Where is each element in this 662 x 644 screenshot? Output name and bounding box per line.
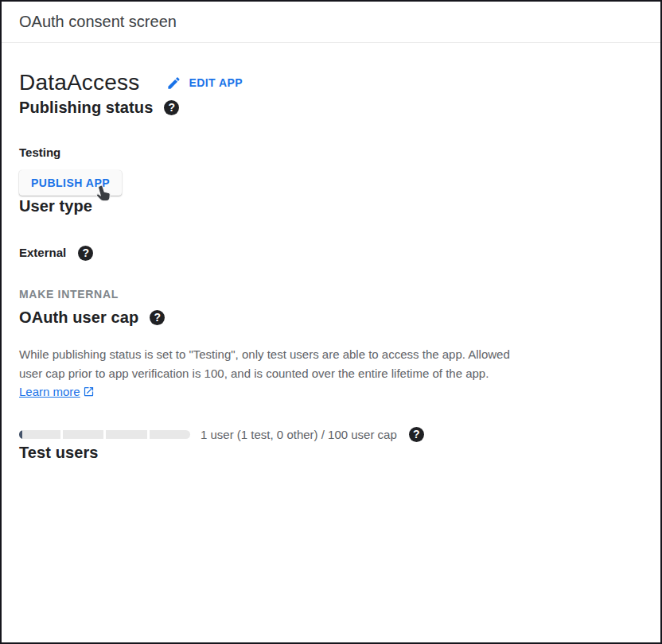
progress-segment [106, 430, 147, 439]
oauth-user-cap-title: OAuth user cap [19, 307, 138, 328]
edit-app-button[interactable]: EDIT APP [162, 72, 247, 94]
user-cap-description: While publishing status is set to "Testi… [19, 345, 516, 402]
progress-segment [150, 430, 191, 439]
status-text: Testing [19, 145, 60, 161]
help-icon[interactable]: ? [164, 100, 179, 115]
publish-app-button[interactable]: PUBLISH APP [19, 170, 122, 196]
user-cap-usage-row: 1 user (1 test, 0 other) / 100 user cap … [19, 427, 643, 442]
pencil-icon [166, 76, 181, 91]
learn-more-label: Learn more [19, 385, 80, 398]
user-cap-progress-bar [19, 430, 190, 439]
help-icon[interactable]: ? [150, 310, 165, 325]
progress-segment [63, 430, 104, 439]
learn-more-link[interactable]: Learn more [19, 385, 95, 398]
test-users-title: Test users [19, 442, 99, 463]
help-icon[interactable]: ? [78, 246, 93, 261]
user-type-heading: User type [19, 196, 643, 216]
publishing-status-heading: Publishing status ? [19, 97, 643, 118]
app-title-row: DataAccess EDIT APP [19, 68, 643, 97]
help-icon[interactable]: ? [409, 427, 424, 442]
edit-app-label: EDIT APP [189, 76, 243, 89]
make-internal-button[interactable]: MAKE INTERNAL [10, 281, 127, 307]
publish-app-button-wrap: PUBLISH APP [19, 170, 122, 196]
page-header: OAuth consent screen [2, 2, 660, 43]
publishing-status-value: Testing [19, 145, 643, 161]
user-cap-usage-text: 1 user (1 test, 0 other) / 100 user cap [201, 428, 397, 441]
user-type-text: External [19, 245, 66, 261]
page-title: OAuth consent screen [19, 12, 643, 31]
app-name: DataAccess [19, 68, 139, 97]
user-type-value: External ? [19, 245, 643, 261]
publishing-status-title: Publishing status [19, 97, 153, 118]
main-content: DataAccess EDIT APP Publishing status ? … [2, 68, 660, 463]
user-cap-description-text: While publishing status is set to "Testi… [19, 347, 510, 380]
oauth-user-cap-heading: OAuth user cap ? [19, 307, 643, 328]
progress-segment [19, 430, 60, 439]
oauth-consent-page: OAuth consent screen DataAccess EDIT APP… [0, 0, 662, 644]
external-link-icon [80, 385, 95, 398]
test-users-heading: Test users [19, 442, 643, 463]
user-type-title: User type [19, 196, 92, 216]
